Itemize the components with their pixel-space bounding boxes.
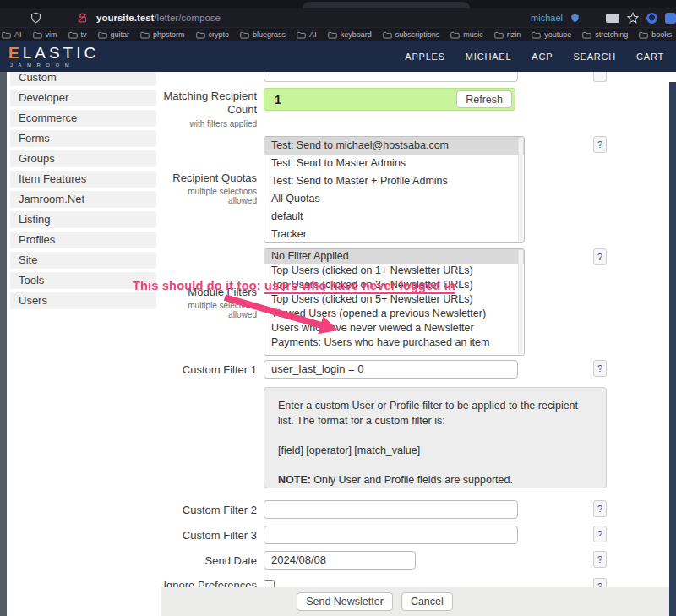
sidebar-item[interactable]: Groups bbox=[10, 150, 156, 167]
bookmark-folder[interactable]: stretching bbox=[582, 30, 628, 39]
bookmark-label: books bbox=[651, 30, 672, 39]
bookmark-folder[interactable]: AI bbox=[2, 30, 22, 39]
help-button[interactable]: ? bbox=[593, 551, 607, 568]
help-button[interactable]: ? bbox=[593, 526, 607, 542]
field-label: Recipient Quotas bbox=[161, 172, 257, 185]
sidebar-item[interactable]: Forms bbox=[10, 130, 156, 147]
help-box-row: Enter a custom User or Profile filter to… bbox=[161, 387, 669, 488]
sidebar-item[interactable]: Listing bbox=[10, 211, 156, 228]
folder-icon bbox=[328, 31, 337, 39]
bookmark-folder[interactable]: guitar bbox=[98, 30, 130, 39]
list-option[interactable]: default bbox=[264, 208, 524, 226]
list-option[interactable]: Test: Send to Master + Profile Admins bbox=[264, 172, 524, 190]
custom-filter-1-input[interactable] bbox=[264, 360, 518, 379]
sidebar-item[interactable]: Developer bbox=[10, 90, 156, 106]
bookmark-label: guitar bbox=[111, 30, 130, 39]
admin-sidebar: CustomDeveloperEcommerceFormsGroupsItem … bbox=[7, 72, 161, 616]
bookmark-folder[interactable]: subscriptions bbox=[383, 30, 440, 39]
send-newsletter-button[interactable]: Send Newsletter bbox=[297, 592, 393, 611]
help-button[interactable]: ? bbox=[593, 500, 607, 517]
bookmark-folder[interactable]: youtube bbox=[532, 30, 571, 39]
bookmark-label: AI bbox=[309, 30, 317, 39]
nav-item[interactable]: MICHAEL bbox=[466, 52, 512, 62]
bookmark-folder[interactable]: rizin bbox=[494, 30, 521, 39]
list-option[interactable]: Test: Send to michael@hostsaba.com bbox=[264, 137, 524, 155]
profile-badge-icon[interactable] bbox=[570, 13, 580, 24]
left-scroll-strip[interactable] bbox=[0, 72, 7, 616]
sidebar-item[interactable]: Item Features bbox=[10, 171, 156, 188]
bookmark-folder[interactable]: bluegrass bbox=[240, 30, 286, 39]
bookmark-folder[interactable]: keyboard bbox=[328, 30, 372, 39]
list-option[interactable]: Top Users (clicked on 1+ Newsletter URLs… bbox=[264, 264, 524, 278]
bookmark-folder[interactable]: phpstorm bbox=[140, 30, 185, 39]
nav-item[interactable]: ACP bbox=[532, 52, 553, 62]
list-option[interactable]: All Quotas bbox=[264, 190, 524, 208]
custom-filter-2-input[interactable] bbox=[264, 500, 518, 519]
field-label: Custom Filter 3 bbox=[161, 529, 257, 542]
extension-icon[interactable] bbox=[646, 13, 657, 24]
folder-icon bbox=[532, 31, 541, 39]
list-option[interactable]: Tracker bbox=[264, 226, 524, 243]
sidebar-item[interactable]: Jamroom.Net bbox=[10, 191, 156, 208]
extension-icon[interactable] bbox=[665, 13, 676, 24]
matching-count-row: Matching Recipient Count with filters ap… bbox=[161, 88, 669, 128]
folder-icon bbox=[68, 31, 78, 39]
nav-item[interactable]: APPLES bbox=[405, 52, 445, 62]
cancel-button[interactable]: Cancel bbox=[401, 592, 453, 611]
sidebar-item[interactable]: Users bbox=[10, 292, 156, 309]
bookmark-folder[interactable]: crypto bbox=[196, 30, 230, 39]
annotation-arrow bbox=[213, 291, 357, 345]
browser-tab[interactable] bbox=[303, 2, 470, 8]
folder-icon bbox=[98, 31, 107, 39]
sidebar-item[interactable]: Ecommerce bbox=[10, 110, 156, 127]
bookmark-folder[interactable]: vim bbox=[33, 30, 57, 39]
custom-filter-1-row: Custom Filter 1 ? bbox=[161, 360, 669, 379]
logo-rest: LASTIC bbox=[23, 44, 100, 62]
bookmark-label: AI bbox=[14, 30, 22, 39]
insecure-lock-icon[interactable] bbox=[77, 12, 88, 24]
field-label: Matching Recipient Count bbox=[161, 90, 257, 117]
grid-icon[interactable] bbox=[587, 13, 598, 24]
clipped-field-remnant bbox=[264, 72, 518, 82]
toolbar-right-cluster: michael bbox=[531, 12, 676, 24]
bookmark-folder[interactable]: music bbox=[450, 30, 483, 39]
sidebar-toggle-icon[interactable] bbox=[606, 14, 619, 23]
refresh-button[interactable]: Refresh bbox=[456, 90, 512, 108]
bookmark-folder[interactable]: tv bbox=[68, 30, 87, 39]
field-label: Custom Filter 2 bbox=[161, 504, 257, 517]
form-footer: Send Newsletter Cancel bbox=[161, 587, 669, 616]
recipient-quotas-list[interactable]: Test: Send to michael@hostsaba.comTest: … bbox=[264, 136, 525, 243]
right-scroll-strip[interactable] bbox=[669, 72, 676, 616]
bookmark-folder[interactable]: books bbox=[639, 30, 672, 39]
recipient-quotas-row: Recipient Quotas multiple selections all… bbox=[161, 136, 669, 243]
sidebar-item[interactable]: Custom bbox=[10, 72, 156, 86]
nav-item[interactable]: CART bbox=[636, 52, 664, 62]
url-bar[interactable]: yoursite.test/letter/compose bbox=[96, 10, 221, 25]
bookmark-star-icon[interactable] bbox=[627, 12, 639, 24]
folder-icon bbox=[639, 31, 648, 39]
field-label: Send Date bbox=[161, 554, 257, 568]
tracking-shield-icon[interactable] bbox=[30, 12, 41, 24]
sidebar-item[interactable]: Site bbox=[10, 252, 156, 269]
list-option[interactable]: Test: Send to Master Admins bbox=[264, 155, 524, 172]
folder-icon bbox=[383, 31, 392, 39]
help-button[interactable]: ? bbox=[593, 136, 607, 153]
send-date-input[interactable] bbox=[264, 551, 416, 570]
folder-icon bbox=[582, 31, 592, 39]
bookmark-folder[interactable]: AI bbox=[297, 30, 317, 39]
help-button[interactable]: ? bbox=[593, 248, 607, 265]
field-sublabel: multiple selections allowed bbox=[161, 187, 257, 205]
bookmarks-bar: AI vim tv guitar phpstorm bbox=[0, 27, 676, 41]
bookmark-label: bluegrass bbox=[253, 30, 286, 39]
list-option[interactable]: No Filter Applied bbox=[264, 249, 524, 264]
site-logo[interactable]: ELASTIC JAMROOM bbox=[8, 45, 99, 68]
help-button[interactable]: ? bbox=[593, 360, 607, 377]
folder-icon bbox=[140, 31, 150, 39]
profile-name[interactable]: michael bbox=[531, 13, 563, 23]
sidebar-item[interactable]: Profiles bbox=[10, 232, 156, 248]
bookmark-label: rizin bbox=[507, 30, 521, 39]
nav-item[interactable]: SEARCH bbox=[573, 52, 616, 62]
clipped-help-remnant bbox=[593, 72, 607, 82]
custom-filter-3-input[interactable] bbox=[264, 526, 518, 544]
folder-icon bbox=[33, 31, 42, 39]
